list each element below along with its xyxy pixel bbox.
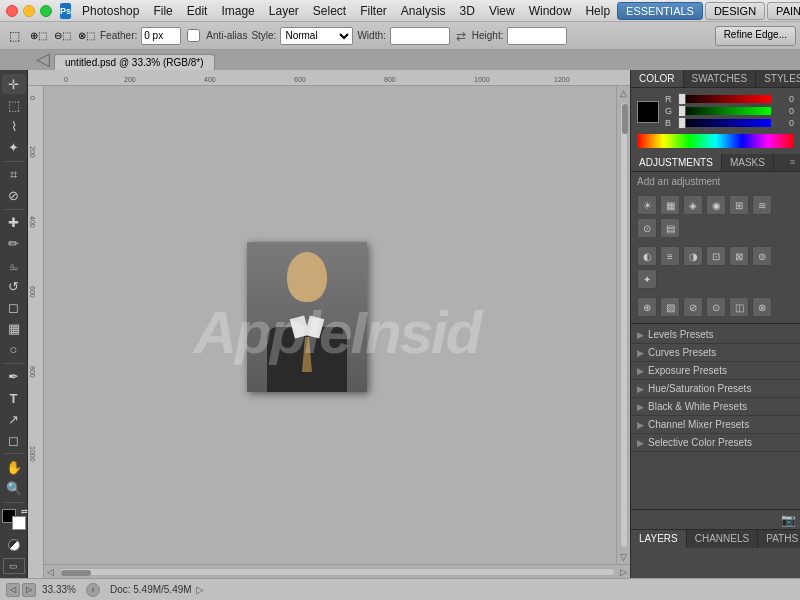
adj-icon-threshold[interactable]: ⊠ xyxy=(729,246,749,266)
tool-magic-wand[interactable]: ✦ xyxy=(2,138,26,158)
quick-mask-button[interactable] xyxy=(2,537,26,554)
tool-crop[interactable]: ⌗ xyxy=(2,165,26,185)
adj-icon-b[interactable]: ▧ xyxy=(660,297,680,317)
tool-hand[interactable]: ✋ xyxy=(2,457,26,477)
adj-icon-hue-sat[interactable]: ≋ xyxy=(752,195,772,215)
color-spectrum[interactable] xyxy=(637,134,794,148)
workspace-design[interactable]: DESIGN xyxy=(705,2,765,20)
document-canvas[interactable] xyxy=(247,242,367,392)
adj-icon-channel-mixer[interactable]: ≡ xyxy=(660,246,680,266)
status-info-icon[interactable]: i xyxy=(86,583,100,597)
menu-analysis[interactable]: Analysis xyxy=(394,2,453,20)
workspace-painting[interactable]: PAINTING xyxy=(767,2,800,20)
tool-shape[interactable]: ◻ xyxy=(2,430,26,450)
tool-heal[interactable]: ✚ xyxy=(2,213,26,233)
tool-lasso[interactable]: ⌇ xyxy=(2,116,26,136)
adj-icon-brightness[interactable]: ☀ xyxy=(637,195,657,215)
scroll-down-icon[interactable]: ▽ xyxy=(620,550,627,564)
red-slider-thumb[interactable] xyxy=(678,93,686,105)
scroll-track-h[interactable] xyxy=(59,568,615,576)
tab-color[interactable]: COLOR xyxy=(631,70,684,87)
status-right-arrow-icon[interactable]: ▷ xyxy=(196,584,204,595)
adjustments-panel-close[interactable]: ≡ xyxy=(785,154,800,171)
scroll-thumb-h[interactable] xyxy=(61,570,91,576)
tool-type[interactable]: T xyxy=(2,388,26,408)
menu-edit[interactable]: Edit xyxy=(180,2,215,20)
adj-icon-color-balance[interactable]: ⊙ xyxy=(637,218,657,238)
preset-curves[interactable]: ▶ Curves Presets xyxy=(631,344,800,362)
tab-masks[interactable]: MASKS xyxy=(722,154,774,171)
style-select[interactable]: Normal Fixed Ratio Fixed Size xyxy=(280,27,353,45)
adj-icon-invert[interactable]: ◑ xyxy=(683,246,703,266)
color-foreground-swatch[interactable] xyxy=(637,101,659,123)
tool-path-select[interactable]: ↗ xyxy=(2,409,26,429)
tab-channels[interactable]: CHANNELS xyxy=(687,530,758,548)
tool-gradient[interactable]: ▦ xyxy=(2,319,26,339)
tab-layers[interactable]: LAYERS xyxy=(631,530,687,548)
workspace-essentials[interactable]: ESSENTIALS xyxy=(617,2,703,20)
adj-icon-posterize[interactable]: ⊡ xyxy=(706,246,726,266)
preset-hue-sat[interactable]: ▶ Hue/Saturation Presets xyxy=(631,380,800,398)
adj-icon-levels[interactable]: ▦ xyxy=(660,195,680,215)
tab-paths[interactable]: PATHS xyxy=(758,530,800,548)
menu-image[interactable]: Image xyxy=(214,2,261,20)
tool-selection[interactable]: ⬚ xyxy=(2,95,26,115)
adj-icon-curves[interactable]: ◈ xyxy=(683,195,703,215)
vertical-scrollbar[interactable]: △ ▽ xyxy=(616,86,630,564)
adj-icon-bw[interactable]: ▤ xyxy=(660,218,680,238)
horizontal-scrollbar[interactable]: ◁ ▷ xyxy=(44,564,630,578)
height-input[interactable] xyxy=(507,27,567,45)
canvas-area[interactable]: AppleInsid ◁ ▷ △ ▽ xyxy=(44,86,630,578)
tool-eraser[interactable]: ◻ xyxy=(2,297,26,317)
tab-styles[interactable]: STYLES xyxy=(756,70,800,87)
subtract-selection-icon[interactable]: ⊖⬚ xyxy=(52,26,72,46)
menu-filter[interactable]: Filter xyxy=(353,2,394,20)
maximize-button[interactable] xyxy=(40,5,52,17)
feather-input[interactable] xyxy=(141,27,181,45)
menu-photoshop[interactable]: Photoshop xyxy=(75,2,146,20)
scroll-thumb-v[interactable] xyxy=(622,104,628,134)
background-color[interactable] xyxy=(12,516,26,530)
new-tab-icon[interactable]: ◁ xyxy=(32,48,54,70)
scroll-right-icon[interactable]: ▷ xyxy=(617,567,630,577)
status-next-arrow[interactable]: ▷ xyxy=(22,583,36,597)
preset-bw[interactable]: ▶ Black & White Presets xyxy=(631,398,800,416)
tab-adjustments[interactable]: ADJUSTMENTS xyxy=(631,154,722,171)
scroll-left-icon[interactable]: ◁ xyxy=(44,567,57,577)
adj-icon-vibrance[interactable]: ⊞ xyxy=(729,195,749,215)
menu-view[interactable]: View xyxy=(482,2,522,20)
add-selection-icon[interactable]: ⊕⬚ xyxy=(28,26,48,46)
blue-slider-thumb[interactable] xyxy=(678,117,686,129)
anti-alias-checkbox[interactable] xyxy=(187,29,200,42)
tool-zoom[interactable]: 🔍 xyxy=(2,478,26,498)
adj-icon-gradient-map[interactable]: ⊚ xyxy=(752,246,772,266)
fg-bg-color-selector[interactable]: ⇄ xyxy=(2,509,26,529)
screen-mode-button[interactable]: ▭ xyxy=(3,558,25,573)
tool-move[interactable]: ✛ xyxy=(2,74,26,94)
menu-layer[interactable]: Layer xyxy=(262,2,306,20)
status-prev-arrow[interactable]: ◁ xyxy=(6,583,20,597)
menu-select[interactable]: Select xyxy=(306,2,353,20)
adj-icon-f[interactable]: ⊗ xyxy=(752,297,772,317)
preset-selective-color[interactable]: ▶ Selective Color Presets xyxy=(631,434,800,452)
menu-3d[interactable]: 3D xyxy=(453,2,482,20)
preset-exposure[interactable]: ▶ Exposure Presets xyxy=(631,362,800,380)
document-tab[interactable]: untitled.psd @ 33.3% (RGB/8*) xyxy=(54,54,215,70)
width-input[interactable] xyxy=(390,27,450,45)
green-slider-thumb[interactable] xyxy=(678,105,686,117)
camera-icon[interactable]: 📷 xyxy=(781,513,796,527)
adj-icon-a[interactable]: ⊕ xyxy=(637,297,657,317)
scroll-up-icon[interactable]: △ xyxy=(620,86,627,100)
tool-stamp[interactable]: ⎁ xyxy=(2,255,26,275)
close-button[interactable] xyxy=(6,5,18,17)
menu-window[interactable]: Window xyxy=(522,2,579,20)
tool-pen[interactable]: ✒ xyxy=(2,367,26,387)
adj-icon-photo-filter[interactable]: ◐ xyxy=(637,246,657,266)
swap-dimensions-icon[interactable]: ⇄ xyxy=(456,29,466,43)
tab-swatches[interactable]: SWATCHES xyxy=(684,70,757,87)
adj-icon-exposure[interactable]: ◉ xyxy=(706,195,726,215)
preset-channel-mixer[interactable]: ▶ Channel Mixer Presets xyxy=(631,416,800,434)
adj-icon-selective-color[interactable]: ✦ xyxy=(637,269,657,289)
adj-icon-e[interactable]: ◫ xyxy=(729,297,749,317)
menu-file[interactable]: File xyxy=(146,2,179,20)
